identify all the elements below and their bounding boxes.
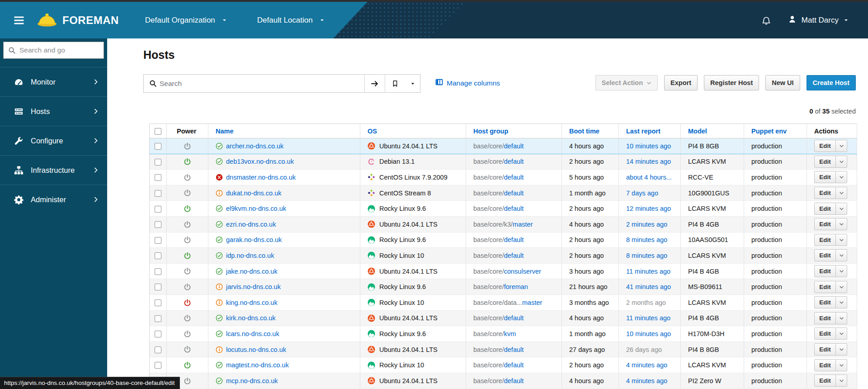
organization-dropdown[interactable]: Default Organization	[145, 16, 227, 25]
row-checkbox[interactable]	[155, 237, 161, 244]
host-name-link[interactable]: garak.no-dns.co.uk	[226, 236, 282, 243]
edit-button[interactable]: Edit	[814, 312, 836, 324]
edit-dropdown-button[interactable]	[836, 359, 847, 371]
edit-button[interactable]: Edit	[814, 203, 836, 215]
host-name-link[interactable]: king.no-dns.co.uk	[226, 299, 278, 306]
edit-button[interactable]: Edit	[814, 375, 836, 387]
column-header-lastreport[interactable]: Last report	[619, 124, 681, 138]
last-report-link[interactable]: 8 minutes ago	[626, 236, 667, 243]
edit-button[interactable]: Edit	[814, 140, 836, 152]
hostgroup-link[interactable]: default	[504, 314, 524, 322]
row-checkbox[interactable]	[155, 174, 161, 181]
row-checkbox[interactable]	[155, 362, 161, 369]
last-report-link[interactable]: 4 minutes ago	[626, 377, 667, 384]
sidebar-item-hosts[interactable]: Hosts	[0, 96, 107, 126]
sidebar-item-infrastructure[interactable]: Infrastructure	[0, 155, 107, 185]
edit-button[interactable]: Edit	[814, 187, 836, 199]
host-name-link[interactable]: jake.no-dns.co.uk	[226, 268, 278, 275]
edit-dropdown-button[interactable]	[836, 343, 847, 356]
hostgroup-link[interactable]: default	[504, 174, 524, 181]
host-name-link[interactable]: magtest.no-dns.co.uk	[226, 361, 289, 369]
user-menu[interactable]: Matt Darcy	[788, 14, 849, 26]
edit-dropdown-button[interactable]	[836, 281, 847, 293]
new-ui-button[interactable]: New UI	[765, 75, 800, 90]
host-name-link[interactable]: ezri.no-dns.co.uk	[226, 221, 276, 228]
bookmark-dropdown-button[interactable]	[405, 75, 420, 92]
last-report-link[interactable]: 41 minutes ago	[626, 283, 671, 290]
hostgroup-link[interactable]: default	[504, 252, 524, 259]
sidebar-item-administer[interactable]: Administer	[0, 185, 107, 214]
edit-button[interactable]: Edit	[814, 343, 836, 356]
host-name-link[interactable]: dnsmaster.no-dns.co.uk	[226, 174, 296, 181]
host-name-link[interactable]: el9kvm.no-dns.co.uk	[226, 205, 286, 212]
host-search-input[interactable]	[160, 75, 364, 92]
last-report-link[interactable]: 8 minutes ago	[626, 252, 667, 259]
host-name-link[interactable]: mcp.no-dns.co.uk	[226, 377, 278, 384]
row-checkbox[interactable]	[155, 346, 161, 353]
last-report-link[interactable]: 12 minutes ago	[626, 205, 671, 212]
row-checkbox[interactable]	[155, 315, 161, 322]
edit-dropdown-button[interactable]	[836, 140, 847, 152]
edit-dropdown-button[interactable]	[836, 187, 847, 199]
hostgroup-link[interactable]: master	[513, 221, 533, 228]
edit-button[interactable]: Edit	[814, 296, 836, 308]
edit-dropdown-button[interactable]	[836, 296, 847, 308]
hostgroup-link[interactable]: default	[504, 361, 524, 369]
manage-columns-link[interactable]: Manage columns	[435, 78, 500, 88]
create-host-button[interactable]: Create Host	[807, 75, 856, 90]
row-checkbox[interactable]	[155, 299, 161, 306]
hostgroup-link[interactable]: consulserver	[504, 268, 541, 275]
edit-button[interactable]: Edit	[814, 265, 836, 277]
hostgroup-link[interactable]: default	[504, 190, 524, 197]
edit-dropdown-button[interactable]	[836, 171, 847, 183]
edit-button[interactable]: Edit	[814, 171, 836, 183]
hostgroup-link[interactable]: default	[504, 205, 524, 212]
row-checkbox[interactable]	[155, 268, 161, 275]
sidebar-item-monitor[interactable]: Monitor	[0, 67, 107, 96]
notifications-bell-button[interactable]	[761, 15, 771, 25]
row-checkbox[interactable]	[155, 284, 161, 290]
edit-button[interactable]: Edit	[814, 327, 836, 340]
host-name-link[interactable]: archer.no-dns.co.uk	[226, 142, 283, 150]
hostgroup-link[interactable]: default	[504, 158, 524, 165]
row-checkbox[interactable]	[155, 206, 161, 213]
host-name-link[interactable]: dukat.no-dns.co.uk	[226, 190, 282, 197]
edit-button[interactable]: Edit	[814, 281, 836, 293]
edit-dropdown-button[interactable]	[836, 265, 847, 277]
column-header-hostgroup[interactable]: Host group	[466, 124, 562, 138]
edit-dropdown-button[interactable]	[836, 218, 847, 230]
edit-button[interactable]: Edit	[814, 156, 836, 168]
hostgroup-link[interactable]: default	[504, 236, 524, 243]
select-all-checkbox[interactable]	[155, 128, 161, 135]
host-name-link[interactable]: locutus.no-dns.co.uk	[226, 346, 286, 353]
last-report-link[interactable]: 11 minutes ago	[626, 314, 670, 322]
row-checkbox[interactable]	[155, 159, 161, 166]
row-checkbox[interactable]	[155, 252, 161, 259]
foreman-brand[interactable]: FOREMAN	[36, 12, 119, 29]
export-button[interactable]: Export	[664, 75, 698, 90]
host-name-link[interactable]: deb13vox.no-dns.co.uk	[226, 158, 294, 165]
bookmark-button[interactable]	[385, 75, 405, 92]
edit-dropdown-button[interactable]	[836, 156, 847, 168]
last-report-link[interactable]: 10 minutes ago	[626, 142, 671, 150]
last-report-link[interactable]: 14 minutes ago	[626, 158, 671, 165]
host-name-link[interactable]: idp.no-dns.co.uk	[226, 252, 274, 259]
sidebar-item-configure[interactable]: Configure	[0, 126, 107, 155]
location-dropdown[interactable]: Default Location	[257, 16, 325, 25]
edit-button[interactable]: Edit	[814, 218, 836, 230]
edit-dropdown-button[interactable]	[836, 327, 847, 340]
last-report-link[interactable]: 11 minutes ago	[626, 268, 670, 275]
hamburger-menu-button[interactable]	[13, 15, 25, 26]
hostgroup-link[interactable]: foreman	[504, 283, 528, 290]
column-header-puppet[interactable]: Puppet env	[744, 124, 807, 138]
edit-dropdown-button[interactable]	[836, 312, 847, 324]
hostgroup-link[interactable]: default	[504, 377, 524, 384]
edit-button[interactable]: Edit	[814, 234, 836, 246]
hostgroup-link[interactable]: default	[504, 142, 524, 150]
sidebar-search-input[interactable]	[19, 46, 110, 54]
edit-dropdown-button[interactable]	[836, 203, 847, 215]
column-header-name[interactable]: Name	[208, 124, 360, 138]
last-report-link[interactable]: 2 minutes ago	[626, 221, 667, 228]
host-name-link[interactable]: lcars.no-dns.co.uk	[226, 330, 279, 337]
edit-button[interactable]: Edit	[814, 359, 836, 371]
